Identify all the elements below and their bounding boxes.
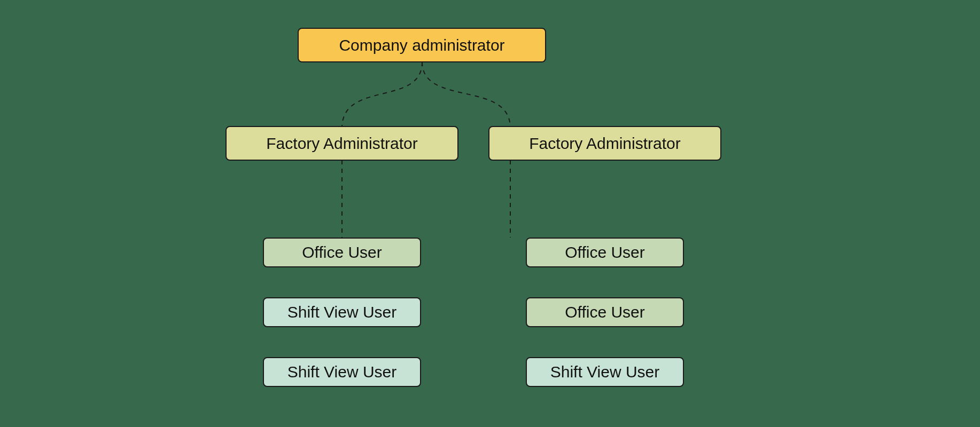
company-admin-node: Company administrator	[298, 28, 546, 62]
office-user-node: Office User	[263, 238, 421, 267]
factory-admin-label: Factory Administrator	[529, 136, 680, 152]
user-label: Office User	[302, 244, 382, 260]
shift-view-user-node: Shift View User	[526, 357, 684, 387]
company-admin-label: Company administrator	[339, 37, 504, 53]
factory-admin-label: Factory Administrator	[266, 136, 417, 152]
connectors	[0, 0, 980, 427]
factory-admin-node-right: Factory Administrator	[488, 126, 721, 161]
office-user-node: Office User	[526, 297, 684, 327]
factory-admin-node-left: Factory Administrator	[225, 126, 458, 161]
user-label: Shift View User	[287, 364, 397, 380]
user-label: Shift View User	[550, 364, 660, 380]
user-label: Office User	[565, 304, 645, 320]
user-label: Shift View User	[287, 304, 397, 320]
shift-view-user-node: Shift View User	[263, 297, 421, 327]
user-label: Office User	[565, 244, 645, 260]
shift-view-user-node: Shift View User	[263, 357, 421, 387]
office-user-node: Office User	[526, 238, 684, 267]
